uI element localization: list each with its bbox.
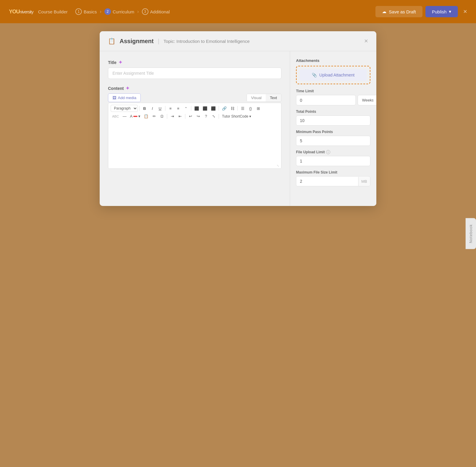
help-button[interactable]: ? (202, 113, 209, 119)
step-basics-label: Basics (84, 9, 97, 14)
top-bar-actions: ☁ Save as Draft Publish ▾ × (375, 6, 467, 17)
assignment-modal: 📋 Assignment | Topic: Introduction to Em… (100, 31, 376, 206)
step-additional-num: 3 (142, 8, 148, 15)
content-ai-icon: ✦ (126, 85, 129, 91)
link-button[interactable]: 🔗 (220, 105, 228, 112)
save-draft-label: Save as Draft (389, 9, 416, 14)
file-upload-limit-label: File Upload Limit i (296, 150, 370, 154)
table-button[interactable]: ⊞ (255, 105, 262, 112)
indent-button[interactable]: ⇥ (169, 113, 176, 119)
nav-steps: 1 Basics › 2 Curriculum › 3 Additional (75, 8, 170, 15)
shortcode-button[interactable]: Tutor ShortCode ▾ (220, 113, 253, 119)
file-upload-label-text: File Upload Limit (296, 150, 325, 154)
time-limit-label: Time Limit (296, 89, 370, 93)
eraser-button[interactable]: ✏ (151, 113, 158, 119)
view-tabs: Visual Text (247, 94, 281, 102)
min-pass-points-label: Minimum Pass Points (296, 130, 370, 134)
upload-label: Upload Attachment (319, 73, 354, 77)
shortcode-label: Tutor ShortCode (222, 114, 248, 118)
modal-title: Assignment (120, 38, 154, 45)
ordered-list-button[interactable]: ≡ (175, 105, 182, 112)
modal-close-button[interactable]: × (364, 37, 368, 45)
max-file-size-label: Maximum File Size Limit (296, 170, 370, 174)
unlink-button[interactable]: ⛓ (229, 105, 236, 112)
step-curriculum[interactable]: 2 Curriculum (104, 8, 134, 15)
sep-8 (219, 114, 219, 119)
title-field-label: Title ✦ (108, 60, 281, 65)
time-limit-row: Weeks Days Hours Minutes (296, 95, 370, 105)
redo-button[interactable]: ↪ (195, 113, 202, 119)
arrow-2: › (137, 9, 139, 14)
modal-body: Title ✦ Content ✦ 🖼 Add media Visual Tex… (100, 51, 376, 206)
time-limit-input[interactable] (296, 95, 356, 105)
top-close-button[interactable]: × (463, 8, 467, 15)
total-points-group: Total Points (296, 110, 370, 126)
italic-button[interactable]: I (149, 105, 156, 112)
paste-button[interactable]: 📋 (142, 113, 150, 119)
title-input[interactable] (108, 68, 281, 79)
list-view-button[interactable]: ☰ (239, 105, 246, 112)
paragraph-select[interactable]: Paragraph (111, 105, 138, 112)
sep-3 (191, 106, 191, 111)
unordered-list-button[interactable]: ≡ (167, 105, 174, 112)
editor-toolbar: Paragraph B I U ≡ ≡ " ⬛ ⬛ ⬛ 🔗 ⛓ (108, 103, 281, 121)
content-field-label: Content ✦ (108, 85, 281, 91)
blockquote-button[interactable]: " (182, 105, 190, 112)
add-media-button[interactable]: 🖼 Add media (108, 93, 141, 102)
sep-7 (185, 114, 185, 119)
notebook-tab[interactable]: Notebook (466, 218, 476, 249)
max-file-size-input[interactable] (296, 177, 358, 186)
align-center-button[interactable]: ⬛ (201, 105, 209, 112)
assignment-icon: 📋 (108, 38, 115, 45)
file-upload-limit-input[interactable] (296, 156, 370, 166)
modal-subtitle: Topic: Introduction to Emotional Intelli… (164, 39, 250, 44)
editor-content-area[interactable]: ⤡ (108, 121, 281, 169)
step-additional-label: Additional (150, 9, 170, 14)
content-label-text: Content (108, 86, 124, 91)
upload-attachment-box: 📎 Upload Attachment (296, 66, 370, 84)
align-left-button[interactable]: ⬛ (193, 105, 201, 112)
align-right-button[interactable]: ⬛ (209, 105, 217, 112)
publish-chevron-icon: ▾ (449, 9, 451, 14)
step-basics[interactable]: 1 Basics (75, 8, 97, 15)
editor-top-bar: 🖼 Add media Visual Text (108, 93, 281, 102)
text-color-button[interactable]: A ▾ (129, 113, 142, 119)
code-button[interactable]: {} (247, 105, 254, 112)
upload-attachment-button[interactable]: 📎 Upload Attachment (300, 69, 367, 81)
total-points-input[interactable] (296, 115, 370, 126)
sep-6 (167, 114, 167, 119)
color-dropdown-icon: ▾ (138, 114, 140, 118)
outdent-button[interactable]: ⇤ (176, 113, 184, 119)
resize-handle-icon: ⤡ (277, 164, 280, 168)
file-upload-info-icon: i (326, 150, 330, 154)
font-color-icon: A (130, 114, 133, 118)
undo-button[interactable]: ↩ (187, 113, 194, 119)
course-builder-label: Course Builder (38, 9, 68, 14)
notebook-container: Notebook (466, 218, 476, 249)
logo: YOUniversity (9, 9, 33, 15)
time-limit-group: Time Limit Weeks Days Hours Minutes (296, 89, 370, 105)
logo-suffix: niversity (20, 9, 33, 14)
title-label-text: Title (108, 60, 117, 65)
special-char-button[interactable]: Ω (158, 113, 165, 119)
arrow-1: › (100, 9, 101, 14)
visual-tab[interactable]: Visual (247, 94, 266, 101)
min-pass-points-input[interactable] (296, 136, 370, 146)
color-swatch (133, 116, 137, 117)
save-draft-button[interactable]: ☁ Save as Draft (375, 6, 422, 17)
time-unit-select[interactable]: Weeks Days Hours Minutes (358, 95, 376, 105)
text-tab[interactable]: Text (266, 94, 281, 101)
fullscreen-button[interactable]: ⤡ (210, 113, 217, 119)
step-curriculum-num: 2 (104, 8, 111, 15)
step-additional[interactable]: 3 Additional (142, 8, 170, 15)
strikethrough-button[interactable]: ABC (111, 114, 120, 119)
underline-button[interactable]: U (156, 105, 164, 112)
bold-button[interactable]: B (141, 105, 148, 112)
publish-button[interactable]: Publish ▾ (425, 6, 458, 17)
sep-2 (165, 106, 165, 111)
add-media-label: Add media (118, 96, 136, 100)
step-curriculum-label: Curriculum (113, 9, 134, 14)
cloud-icon: ☁ (382, 9, 386, 14)
hr-button[interactable]: — (121, 113, 128, 119)
toolbar-row-2: ABC — A ▾ 📋 ✏ Ω ⇥ ⇤ ↩ ↪ ? (111, 113, 279, 119)
